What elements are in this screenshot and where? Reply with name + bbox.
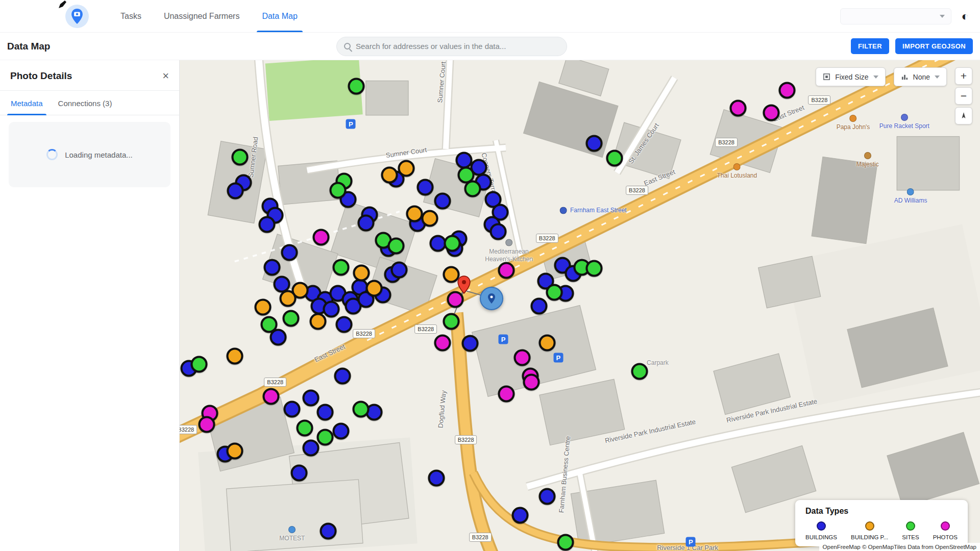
map-marker-site[interactable] <box>317 429 334 445</box>
map-marker-photo[interactable] <box>262 388 279 405</box>
map-marker-building-photo[interactable] <box>421 210 438 227</box>
map-marker-photo[interactable] <box>498 386 515 403</box>
panel-tabs: Metadata Connections (3) <box>0 91 179 115</box>
color-by-dropdown[interactable]: None <box>894 67 947 86</box>
zoom-out-button[interactable]: − <box>955 87 972 105</box>
map-marker-photo[interactable] <box>523 374 540 391</box>
marker-size-dropdown[interactable]: Fixed Size <box>816 67 885 86</box>
map-marker-building[interactable] <box>530 297 547 314</box>
map-marker-building-photo[interactable] <box>381 167 398 184</box>
map-marker-building[interactable] <box>259 216 276 233</box>
map-marker-building[interactable] <box>264 259 281 276</box>
map-marker-building[interactable] <box>455 152 472 169</box>
tab-connections[interactable]: Connections (3) <box>51 91 120 115</box>
map-marker-photo[interactable] <box>778 82 795 98</box>
import-geojson-button[interactable]: IMPORT GEOJSON <box>895 38 973 54</box>
map-marker-site[interactable] <box>387 237 404 254</box>
map-marker-site[interactable] <box>231 148 248 165</box>
red-pin-marker[interactable] <box>457 276 471 294</box>
legend-item-building-photos: BUILDING P... <box>851 521 888 540</box>
map-marker-site[interactable] <box>557 534 574 550</box>
map-marker-building[interactable] <box>335 316 352 333</box>
map-marker-building[interactable] <box>462 335 479 352</box>
content-area: Photo Details × Metadata Connections (3)… <box>0 60 980 551</box>
map-marker-building-photo[interactable] <box>309 313 326 330</box>
map-marker-building[interactable] <box>357 214 374 231</box>
map-marker-building-photo[interactable] <box>365 280 382 297</box>
map-marker-photo[interactable] <box>513 349 530 366</box>
zoom-in-button[interactable]: + <box>955 67 972 85</box>
logo-circle <box>65 5 89 28</box>
map-marker-site[interactable] <box>332 259 349 276</box>
tab-tasks[interactable]: Tasks <box>109 0 153 32</box>
chevron-down-icon <box>940 15 945 18</box>
map-marker-building[interactable] <box>490 223 507 240</box>
tab-unassigned-farmers[interactable]: Unassigned Farmers <box>153 0 251 32</box>
page-title: Data Map <box>7 41 50 52</box>
pen-cursor-icon <box>57 0 67 10</box>
map-marker-site[interactable] <box>296 419 313 436</box>
map-marker-photo[interactable] <box>434 334 451 351</box>
map-marker-building[interactable] <box>290 464 307 481</box>
map-marker-site[interactable] <box>329 182 346 198</box>
map-marker-building[interactable] <box>585 135 602 152</box>
map-marker-site[interactable] <box>352 400 369 417</box>
map-marker-building-photo[interactable] <box>406 206 423 222</box>
map-marker-building[interactable] <box>227 183 243 199</box>
map-marker-photo[interactable] <box>730 100 747 117</box>
map-marker-layer <box>180 60 980 551</box>
sites-dot-icon <box>906 521 915 531</box>
map-marker-site[interactable] <box>443 313 460 330</box>
map-marker-building[interactable] <box>320 522 337 539</box>
map-marker-site[interactable] <box>190 356 207 372</box>
map-marker-site[interactable] <box>261 316 278 333</box>
map-marker-building[interactable] <box>334 367 351 384</box>
building-photos-dot-icon <box>865 521 874 531</box>
map-marker-building[interactable] <box>434 192 451 209</box>
header-dropdown[interactable] <box>840 8 951 24</box>
map-marker-site[interactable] <box>631 363 648 380</box>
search-input[interactable] <box>356 42 559 51</box>
map-marker-building-photo[interactable] <box>279 290 296 307</box>
map-marker-building-photo[interactable] <box>398 160 415 177</box>
map-marker-building-photo[interactable] <box>353 264 370 281</box>
map-marker-site[interactable] <box>585 260 602 277</box>
map-marker-site[interactable] <box>282 310 299 327</box>
map-marker-site[interactable] <box>348 78 365 95</box>
map-marker-building[interactable] <box>317 404 334 420</box>
loading-text: Loading metadata... <box>65 151 133 159</box>
map-marker-photo[interactable] <box>198 416 215 433</box>
close-icon[interactable]: × <box>162 70 169 82</box>
map-container[interactable]: Sumner RoadSumner CourtSumner CourtCoope… <box>180 60 980 551</box>
tab-data-map[interactable]: Data Map <box>251 0 308 32</box>
map-marker-building[interactable] <box>538 488 555 505</box>
tab-metadata[interactable]: Metadata <box>3 91 51 115</box>
map-marker-building[interactable] <box>332 422 349 439</box>
map-marker-photo[interactable] <box>763 104 780 121</box>
map-marker-building-photo[interactable] <box>254 299 271 316</box>
map-marker-building[interactable] <box>428 469 445 486</box>
map-marker-photo[interactable] <box>312 229 329 245</box>
map-attribution[interactable]: OpenFreeMap © OpenMapTiles Data from Ope… <box>819 543 980 551</box>
map-marker-building[interactable] <box>281 244 298 261</box>
dark-mode-toggle[interactable]: ◐ <box>962 10 969 22</box>
map-marker-building[interactable] <box>417 179 434 195</box>
compass-button[interactable] <box>955 107 972 124</box>
map-marker-building[interactable] <box>323 300 340 317</box>
map-marker-site[interactable] <box>464 181 481 197</box>
frame-size-icon <box>823 73 830 81</box>
map-marker-building-photo[interactable] <box>226 442 243 459</box>
map-marker-photo[interactable] <box>498 262 515 279</box>
map-marker-site[interactable] <box>444 235 460 252</box>
map-marker-building[interactable] <box>512 507 529 524</box>
map-marker-site[interactable] <box>546 284 563 300</box>
map-marker-building[interactable] <box>303 439 320 456</box>
map-marker-building[interactable] <box>390 261 407 278</box>
filter-button[interactable]: FILTER <box>851 38 889 54</box>
map-marker-building[interactable] <box>284 400 301 417</box>
map-marker-building[interactable] <box>303 389 320 406</box>
map-marker-building-photo[interactable] <box>538 334 555 351</box>
selected-location-marker[interactable] <box>480 287 503 310</box>
map-marker-building-photo[interactable] <box>226 347 243 364</box>
map-marker-site[interactable] <box>606 150 623 167</box>
